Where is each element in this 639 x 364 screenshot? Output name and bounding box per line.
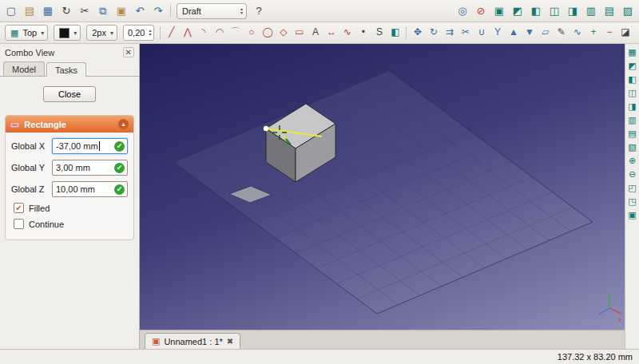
view-front-icon[interactable]: ◧	[626, 73, 638, 85]
draft-upgrade-icon[interactable]: ▲	[506, 24, 521, 42]
global-z-input[interactable]: 10,00 mm ✔	[52, 181, 128, 197]
spinbox-stepper-icons[interactable]: ▴▾	[149, 29, 151, 37]
draft-join-icon[interactable]: ∪	[474, 24, 489, 42]
draft-move-icon[interactable]: ✥	[410, 24, 425, 42]
field-label: Global Z	[11, 184, 48, 194]
close-task-button[interactable]: Close	[43, 86, 96, 102]
draft-fillet-icon[interactable]: ◝	[196, 24, 211, 42]
view-front-icon[interactable]: ◧	[527, 2, 545, 20]
paste-icon[interactable]: ▣	[113, 2, 130, 20]
document-tab-label: Unnamed1 : 1*	[164, 337, 222, 346]
clip-plane-icon[interactable]: ◰	[626, 182, 638, 194]
draft-facebinder-icon[interactable]: ◧	[387, 24, 403, 42]
cut-icon[interactable]: ✂	[76, 2, 93, 20]
view-isometric-icon[interactable]: ◩	[509, 2, 526, 20]
draft-offset-icon[interactable]: ⇉	[442, 24, 457, 42]
view-top-icon[interactable]: ◫	[546, 2, 563, 20]
panel-close-icon[interactable]: ✕	[123, 47, 134, 57]
view-fit-all-icon[interactable]: ▣	[490, 2, 508, 20]
draft-trimex-icon[interactable]: ✂	[458, 24, 473, 42]
draw-style-icon[interactable]: ⊘	[472, 2, 490, 20]
zoom-out-icon[interactable]: ⊖	[626, 168, 638, 180]
tab-model[interactable]: Model	[3, 61, 45, 76]
view-bottom-icon[interactable]: ▤	[626, 128, 638, 140]
global-y-input[interactable]: 3,00 mm ✔	[52, 160, 128, 176]
tab-tasks[interactable]: Tasks	[46, 62, 86, 77]
view-fit-all-icon[interactable]: ▦	[626, 46, 638, 58]
view-rear-icon[interactable]: ▥	[582, 2, 600, 20]
chevron-down-icon: ▾	[110, 30, 113, 37]
task-panel-title: Rectangle	[24, 120, 66, 129]
checkbox-label: Continue	[29, 220, 64, 229]
draft-text-icon[interactable]: A	[308, 24, 323, 42]
view-rear-icon[interactable]: ▥	[626, 114, 638, 126]
draft-scale-icon[interactable]: ▱	[538, 24, 553, 42]
view-bottom-icon[interactable]: ▤	[601, 2, 618, 20]
draft-arc-3points-icon[interactable]: ⌒	[228, 24, 243, 42]
field-label: Global Y	[11, 163, 48, 172]
measure-icon[interactable]: ◳	[626, 196, 638, 208]
copy-icon[interactable]: ⧉	[94, 2, 112, 20]
zoom-fit-icon[interactable]: ◎	[454, 2, 471, 20]
draft-arc-icon[interactable]: ◠	[212, 24, 227, 42]
draft-add-point-icon[interactable]: +	[585, 24, 601, 42]
new-file-icon[interactable]: ▢	[2, 2, 20, 20]
chevron-down-icon: ▾	[41, 30, 44, 37]
draft-polygon-icon[interactable]: ◇	[276, 24, 291, 42]
global-x-input[interactable]: -37,00 mm ✔	[52, 138, 128, 154]
draft-downgrade-icon[interactable]: ▼	[522, 24, 537, 42]
line-width-selector[interactable]: 2px ▾	[86, 25, 117, 41]
draft-rotate-icon[interactable]: ↻	[426, 24, 441, 42]
combo-stepper-icons[interactable]: ▴▾	[240, 7, 243, 15]
document-tab-bar: ▣ Unnamed1 : 1* ✖	[140, 330, 625, 349]
viewport-canvas[interactable]: y x	[140, 44, 625, 330]
workbench-selector[interactable]: Draft ▴▾	[177, 3, 247, 19]
view-right-icon[interactable]: ◨	[626, 101, 638, 113]
draft-circle-icon[interactable]: ○	[244, 24, 259, 42]
working-plane-selector[interactable]: ▦ Top ▾	[5, 25, 48, 41]
view-left-icon[interactable]: ▧	[626, 141, 638, 153]
tasks-content: Close ▭ Rectangle ▴ Global X -37,00 mm ✔	[0, 77, 139, 349]
draft-edit-icon[interactable]: ✎	[554, 24, 569, 42]
dock-overlay-icon[interactable]: ▣	[626, 209, 638, 221]
draft-polyline-icon[interactable]: ⋀	[180, 24, 195, 42]
draft-split-icon[interactable]: Y	[490, 24, 505, 42]
draft-line-icon[interactable]: ╱	[164, 24, 179, 42]
draft-dimension-icon[interactable]: ↔	[323, 24, 339, 42]
scale-spinbox[interactable]: 0,20 ▴▾	[123, 25, 154, 41]
refresh-icon[interactable]: ↻	[58, 2, 75, 20]
document-icon: ▣	[152, 336, 160, 346]
undo-icon[interactable]: ↶	[131, 2, 149, 20]
filled-checkbox[interactable]: Filled	[14, 203, 125, 213]
save-file-icon[interactable]: ▦	[39, 2, 57, 20]
draft-del-point-icon[interactable]: −	[601, 24, 617, 42]
open-file-icon[interactable]: ▤	[21, 2, 38, 20]
draft-bspline-icon[interactable]: ∿	[339, 24, 355, 42]
document-tab[interactable]: ▣ Unnamed1 : 1* ✖	[145, 333, 240, 349]
draft-rectangle-icon[interactable]: ▭	[292, 24, 307, 42]
3d-viewport[interactable]: y x	[140, 44, 625, 330]
line-color-selector[interactable]: ▾	[54, 25, 81, 41]
draft-ellipse-icon[interactable]: ◯	[260, 24, 275, 42]
zoom-in-icon[interactable]: ⊕	[626, 155, 638, 167]
tab-close-icon[interactable]: ✖	[227, 337, 233, 346]
view-top-icon[interactable]: ◫	[626, 87, 638, 99]
draft-point-icon[interactable]: •	[355, 24, 371, 42]
whats-this-icon[interactable]: ?	[250, 2, 268, 20]
view-right-icon[interactable]: ◨	[564, 2, 581, 20]
collapse-panel-icon[interactable]: ▴	[118, 119, 129, 129]
task-panel-header[interactable]: ▭ Rectangle ▴	[6, 116, 133, 133]
continue-checkbox[interactable]: Continue	[14, 219, 125, 229]
draft-shape-2d-view-icon[interactable]: ◪	[617, 24, 633, 42]
toolbar-separator	[406, 26, 407, 40]
view-axonometric-icon[interactable]: ◩	[626, 60, 638, 72]
draft-wire-to-bspline-icon[interactable]: ∿	[570, 24, 585, 42]
redo-icon[interactable]: ↷	[149, 2, 167, 20]
rectangle-task-panel: ▭ Rectangle ▴ Global X -37,00 mm ✔ Globa…	[5, 115, 134, 240]
field-label: Global X	[11, 141, 48, 151]
checkbox-label: Filled	[29, 204, 50, 213]
view-left-icon[interactable]: ▧	[619, 2, 637, 20]
checkbox-icon[interactable]	[14, 203, 24, 213]
checkbox-icon[interactable]	[14, 219, 24, 229]
draft-shapestring-icon[interactable]: S	[371, 24, 387, 42]
